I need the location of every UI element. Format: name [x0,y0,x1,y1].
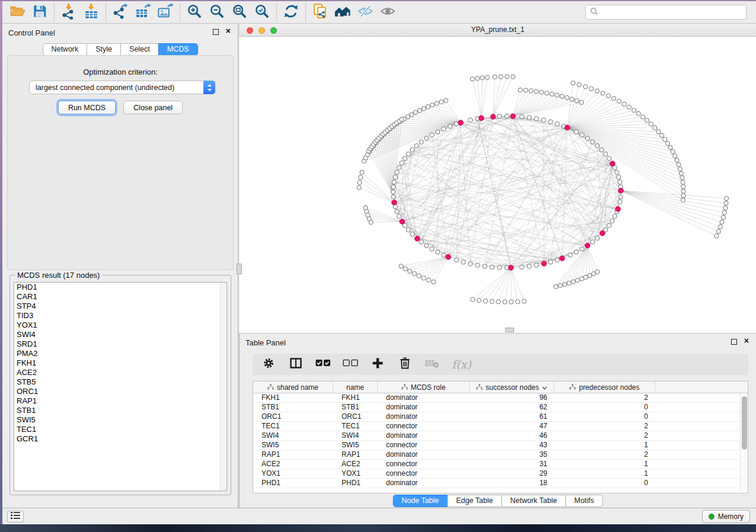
table-row[interactable]: ACE2ACE2connector311 [253,460,748,469]
show-all-button[interactable] [377,3,399,22]
refresh-layout-button[interactable] [280,3,302,22]
network-titlebar: YPA_prune.txt_1 [239,24,756,37]
mcds-result-item[interactable]: SRD1 [14,339,227,349]
save-session-button[interactable] [28,3,51,22]
cell-predecessor-nodes: 1 [554,460,655,469]
float-panel-icon[interactable] [213,29,219,35]
cell-MCDS-role: dominator [378,412,470,421]
mcds-result-items: PHD1CAR1STP4TID3YOX1SWI4SRD1PMA2FKH1ACE2… [14,283,227,444]
zoom-in-button[interactable] [183,3,206,22]
table-row[interactable]: STB1STB1dominator620 [253,403,748,412]
export-image-button[interactable] [154,3,177,22]
table-row[interactable]: ORC1ORC1dominator610 [253,412,748,422]
import-table-button[interactable] [80,3,103,22]
column-header-MCDS-role[interactable]: MCDS role [378,382,470,393]
table-row[interactable]: FKH1FKH1dominator962 [253,393,748,403]
tab-select[interactable]: Select [120,43,159,56]
mcds-result-item[interactable]: TID3 [14,311,227,321]
table-row[interactable]: SWI5SWI5connector431 [253,441,748,450]
first-neighbors-button[interactable] [331,3,354,22]
open-file-button[interactable] [6,3,28,22]
window-minimize-icon[interactable] [259,27,265,34]
table-tab-motifs[interactable]: Motifs [565,495,602,507]
show-columns-button[interactable] [288,357,304,372]
first-neighbors-icon [334,2,352,23]
network-title: YPA_prune.txt_1 [240,24,756,36]
mcds-list-scrollbar[interactable] [220,283,227,491]
table-row[interactable]: TEC1TEC1connector472 [253,422,748,431]
toolbar-separator [106,4,106,21]
cell-shared-name: ORC1 [253,412,333,421]
network-canvas[interactable] [239,37,756,333]
column-header-successor-nodes[interactable]: successor nodes [470,382,554,393]
unchecked-boxes-icon [343,359,358,370]
run-mcds-button[interactable]: Run MCDS [58,101,116,114]
show-all-icon [379,3,396,22]
mcds-result-item[interactable]: STB5 [14,377,227,387]
table-tab-network-table[interactable]: Network Table [502,495,566,507]
deselect-all-checkboxes-button[interactable] [343,357,358,372]
horizontal-splitter-handle[interactable] [505,328,514,332]
mcds-result-item[interactable]: GCR1 [14,434,227,444]
cell-MCDS-role: dominator [378,393,470,402]
cell-shared-name: STB1 [253,403,333,412]
mcds-result-item[interactable]: PHD1 [14,283,227,292]
memory-button[interactable]: Memory [702,510,750,523]
mcds-result-item[interactable]: SWI5 [14,415,227,425]
float-panel-icon[interactable] [731,339,737,345]
table-scrollbar[interactable] [740,394,748,493]
mcds-result-item[interactable]: FKH1 [14,358,227,368]
export-network-button[interactable] [109,3,132,22]
mcds-result-item[interactable]: CAR1 [14,292,227,302]
new-network-from-selection-button[interactable] [309,3,331,22]
mcds-result-item[interactable]: ACE2 [14,368,227,377]
table-row[interactable]: RAP1RAP1dominator352 [253,450,748,460]
table-row[interactable]: PHD1PHD1dominator180 [253,479,748,488]
close-panel-button[interactable]: Close panel [123,101,183,114]
mcds-result-item[interactable]: SWI4 [14,330,227,339]
table-tab-edge-table[interactable]: Edge Table [447,495,502,507]
tab-style[interactable]: Style [87,43,121,56]
table-scrollbar-thumb[interactable] [742,396,747,450]
vertical-splitter-handle[interactable] [237,264,242,274]
cell-MCDS-role: connector [378,441,470,450]
search-input[interactable] [602,8,742,17]
table-row[interactable]: SWI4SWI4dominator462 [253,431,748,441]
cell-successor-nodes: 43 [470,441,554,450]
zoom-fit-button[interactable] [228,3,251,22]
tab-mcds[interactable]: MCDS [158,43,198,56]
mcds-result-item[interactable]: PMA2 [14,349,227,358]
table-options-gear-button[interactable] [261,357,276,372]
control-panel: Control Panel × NetworkStyleSelectMCDS O… [2,24,238,508]
export-table-button[interactable] [132,3,154,22]
table-row[interactable]: YOX1YOX1connector291 [253,469,748,479]
close-panel-icon[interactable]: × [226,26,231,36]
window-close-icon[interactable] [247,27,253,34]
mcds-result-item[interactable]: STP4 [14,302,227,311]
column-header-predecessor-nodes[interactable]: predecessor nodes [554,382,655,393]
mcds-result-item[interactable]: ORC1 [14,387,227,396]
tab-network[interactable]: Network [42,43,87,56]
delete-columns-button[interactable] [397,357,413,372]
mcds-result-item[interactable]: TEC1 [14,425,227,434]
column-header-name[interactable]: name [333,382,378,393]
mcds-result-item[interactable]: RAP1 [14,396,227,406]
cell-predecessor-nodes: 2 [554,431,655,440]
task-history-button[interactable] [7,511,24,523]
mcds-result-item[interactable]: YOX1 [14,321,227,330]
window-zoom-icon[interactable] [270,27,277,34]
zoom-selected-button[interactable] [251,3,273,22]
cell-name: YOX1 [333,469,378,478]
mcds-result-item[interactable]: STB1 [14,406,227,415]
optimization-criterion-select[interactable]: largest connected component (undirected) [29,81,215,94]
select-all-checkboxes-button[interactable] [315,357,331,372]
import-network-button[interactable] [58,3,80,22]
control-tabs: NetworkStyleSelectMCDS [42,43,197,56]
close-panel-icon[interactable]: × [744,336,749,345]
table-tab-node-table[interactable]: Node Table [393,495,448,507]
zoom-out-button[interactable] [206,3,228,22]
column-header-shared-name[interactable]: shared name [253,382,333,393]
create-column-button[interactable] [370,357,385,372]
hide-selected-button[interactable] [354,3,377,22]
optimization-criterion-label: Optimization criterion: [8,68,233,76]
